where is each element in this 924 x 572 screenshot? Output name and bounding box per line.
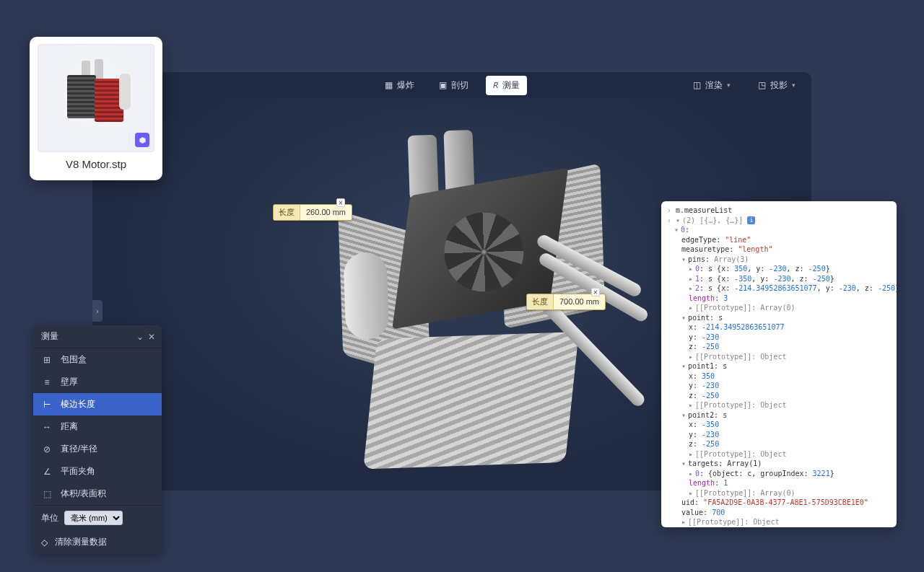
devtools-console[interactable]: › m.measureList ‹ ▾(2) [{…}, {…}] i ▾0:e… <box>661 201 897 527</box>
tool-explode-label: 爆炸 <box>397 79 414 92</box>
collapse-icon[interactable]: ⌄ <box>136 332 144 342</box>
measure-item-label: 直径/半径 <box>61 443 97 455</box>
file-type-badge-icon <box>135 133 149 147</box>
tool-measure[interactable]: 𝘙 测量 <box>486 76 527 95</box>
measure-item-bbox[interactable]: ⊞包围盒 <box>33 348 162 371</box>
info-icon[interactable]: i <box>747 216 755 224</box>
measurement-close-icon[interactable]: × <box>336 198 345 207</box>
dropdown-projection-label: 投影 <box>770 79 788 92</box>
dropdown-render-label: 渲染 <box>705 79 723 92</box>
projection-icon: ◳ <box>758 80 766 90</box>
measure-item-label: 距离 <box>61 421 78 433</box>
angle-icon: ∠ <box>41 467 53 477</box>
file-thumbnail <box>38 44 154 152</box>
close-icon[interactable]: ✕ <box>148 332 155 342</box>
render-icon: ◫ <box>693 80 701 90</box>
unit-label: 单位 <box>41 512 58 524</box>
measure-item-volume[interactable]: ⬚体积/表面积 <box>33 483 162 505</box>
measure-item-label: 壁厚 <box>61 376 78 388</box>
thickness-icon: ≡ <box>41 377 53 387</box>
measure-panel-title: 测量 <box>41 330 58 343</box>
clear-label: 清除测量数据 <box>55 536 107 548</box>
measure-icon: 𝘙 <box>493 80 498 90</box>
measurement-value: 260.00 mm <box>300 205 352 220</box>
dropdown-projection[interactable]: ◳ 投影 <box>751 76 803 95</box>
section-icon: ▣ <box>439 80 447 90</box>
dropdown-render[interactable]: ◫ 渲染 <box>686 76 738 95</box>
measure-item-edge[interactable]: ⊢棱边长度 <box>33 393 162 415</box>
measure-item-label: 包围盒 <box>61 353 87 366</box>
bbox-icon: ⊞ <box>41 355 53 365</box>
measurement-value: 700.00 mm <box>554 294 605 309</box>
measure-panel: 测量 ⌄ ✕ ⊞包围盒≡壁厚⊢棱边长度↔距离⊘直径/半径∠平面夹角⬚体积/表面积… <box>33 325 162 554</box>
console-array-header: (2) [{…}, {…}] <box>682 216 743 224</box>
unit-row: 单位 毫米 (mm) <box>33 505 162 530</box>
diameter-icon: ⊘ <box>41 444 53 454</box>
volume-icon: ⬚ <box>41 489 53 499</box>
measure-item-distance[interactable]: ↔距离 <box>33 415 162 438</box>
measure-item-diameter[interactable]: ⊘直径/半径 <box>33 438 162 460</box>
measure-item-label: 体积/表面积 <box>61 488 106 500</box>
tool-section-label: 剖切 <box>451 79 468 92</box>
measure-item-label: 平面夹角 <box>61 465 95 478</box>
viewer-toolbar: ▦ 爆炸 ▣ 剖切 𝘙 测量 ◫ 渲染 ◳ 投影 <box>92 72 811 98</box>
tool-measure-label: 测量 <box>502 79 520 92</box>
file-card[interactable]: V8 Motor.stp <box>30 37 162 180</box>
expand-tree-handle[interactable]: › <box>92 300 103 322</box>
measurement-label: 长度 <box>274 205 300 220</box>
clear-measurements[interactable]: ◇ 清除测量数据 <box>33 530 162 554</box>
tool-explode[interactable]: ▦ 爆炸 <box>378 76 422 95</box>
measurement-close-icon[interactable]: × <box>591 288 600 296</box>
measurement-label: 长度 <box>527 294 554 309</box>
console-input: m.measureList <box>676 206 732 214</box>
file-name: V8 Motor.stp <box>37 158 155 170</box>
eraser-icon: ◇ <box>41 537 48 547</box>
distance-icon: ↔ <box>41 422 53 432</box>
measure-item-label: 棱边长度 <box>61 398 95 410</box>
explode-icon: ▦ <box>385 80 393 90</box>
unit-select[interactable]: 毫米 (mm) <box>64 511 123 525</box>
edge-icon: ⊢ <box>41 400 53 410</box>
measure-item-angle[interactable]: ∠平面夹角 <box>33 460 162 483</box>
tool-section[interactable]: ▣ 剖切 <box>432 76 476 95</box>
measure-item-thickness[interactable]: ≡壁厚 <box>33 371 162 393</box>
